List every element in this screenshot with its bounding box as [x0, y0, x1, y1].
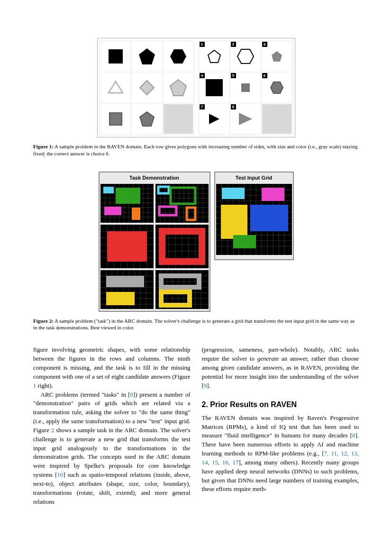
svg-marker-8	[208, 50, 220, 63]
answer-cell: 5	[231, 73, 260, 102]
svg-rect-35	[116, 188, 140, 204]
svg-rect-34	[103, 187, 114, 193]
figure-2: Task Demonstration	[33, 172, 359, 312]
svg-marker-5	[170, 80, 186, 96]
citation-ref: 10	[57, 471, 63, 478]
raven-cell	[132, 42, 162, 71]
svg-rect-104	[106, 292, 135, 305]
svg-rect-149	[250, 205, 288, 231]
figure-2-caption: Figure 2: A sample problem ("task") in t…	[33, 318, 359, 332]
answer-number: 2	[231, 42, 236, 47]
raven-cell	[132, 73, 162, 102]
figure-2-image: Task Demonstration	[99, 172, 294, 312]
svg-rect-103	[106, 276, 144, 287]
demo-output-1	[155, 184, 209, 223]
answer-number: 5	[231, 73, 236, 78]
caption-text: A sample problem ("task") in the ARC dom…	[33, 318, 355, 331]
svg-marker-10	[272, 51, 282, 62]
answer-number: 4	[200, 73, 205, 78]
answer-number: 1	[200, 42, 205, 47]
answer-cell: 2	[231, 42, 260, 71]
answer-cell: 1	[200, 42, 229, 71]
svg-rect-6	[109, 113, 122, 125]
paragraph: ARC problems (termed "tasks" in [9]) pre…	[33, 391, 191, 507]
raven-cell	[101, 42, 130, 71]
paragraph: figure involving geometric shapes, with …	[33, 345, 191, 390]
caption-label: Figure 2:	[33, 318, 54, 324]
section-heading: 2. Prior Results on RAVEN	[202, 399, 359, 410]
raven-problem-grid	[99, 40, 195, 136]
figure-1: 1 2 3 4 5 6 7 8	[33, 38, 359, 137]
raven-cell	[164, 42, 193, 71]
svg-marker-9	[237, 49, 254, 64]
svg-marker-1	[139, 48, 155, 64]
body-columns: figure involving geometric shapes, with …	[33, 345, 359, 506]
raven-cell	[101, 73, 130, 102]
test-input-grid	[216, 184, 292, 255]
svg-marker-14	[209, 114, 219, 124]
answer-cell: 8	[231, 104, 260, 134]
svg-rect-150	[233, 235, 256, 248]
task-demo-title: Task Demonstration	[100, 173, 209, 184]
paragraph: (progression, sameness, part-whole). Not…	[202, 345, 359, 390]
demo-input-2	[100, 225, 154, 268]
answer-cell: 4	[200, 73, 229, 102]
emphasis: generate	[257, 355, 279, 362]
answer-number: 7	[200, 104, 205, 109]
test-input-title: Test Input Grid	[216, 173, 292, 184]
raven-cell	[101, 104, 130, 134]
demo-output-3	[155, 270, 209, 309]
demo-output-2	[155, 225, 209, 268]
svg-marker-13	[271, 82, 283, 93]
task-demonstration-panel: Task Demonstration	[99, 172, 210, 312]
answer-cell: 3	[262, 42, 292, 71]
answer-cell-missing	[262, 104, 292, 134]
svg-rect-147	[262, 188, 284, 201]
svg-marker-4	[140, 81, 154, 95]
demo-input-3	[100, 270, 154, 309]
paragraph: The RAVEN domain was inspired by Raven's…	[202, 414, 359, 494]
answer-number: 3	[262, 42, 267, 47]
svg-rect-0	[109, 49, 123, 64]
caption-label: Figure 1:	[33, 144, 54, 149]
svg-marker-2	[170, 49, 186, 64]
figure-1-image: 1 2 3 4 5 6 7 8	[97, 38, 295, 137]
svg-marker-15	[239, 113, 252, 125]
answer-number: 8	[231, 104, 236, 109]
demo-input-1	[100, 184, 154, 223]
svg-rect-36	[104, 207, 121, 215]
figure-1-caption: Figure 1: A sample problem in the RAVEN …	[33, 143, 359, 157]
caption-text: A sample problem in the RAVEN domain. Ea…	[33, 144, 358, 156]
raven-answer-grid: 1 2 3 4 5 6 7 8	[198, 40, 293, 136]
answer-cell: 6	[262, 73, 292, 102]
raven-cell-missing	[164, 104, 193, 134]
svg-rect-12	[241, 83, 250, 92]
test-input-panel: Test Input Grid	[214, 172, 294, 261]
answer-cell: 7	[200, 104, 229, 134]
svg-rect-11	[206, 79, 223, 96]
svg-marker-7	[140, 112, 154, 126]
raven-cell	[132, 104, 162, 134]
raven-cell	[164, 73, 193, 102]
svg-rect-37	[132, 208, 140, 220]
demo-grid	[100, 184, 209, 309]
svg-rect-146	[222, 188, 245, 199]
svg-rect-73	[107, 231, 147, 262]
svg-rect-148	[221, 205, 247, 239]
svg-marker-3	[109, 82, 123, 93]
answer-number: 6	[262, 73, 267, 78]
